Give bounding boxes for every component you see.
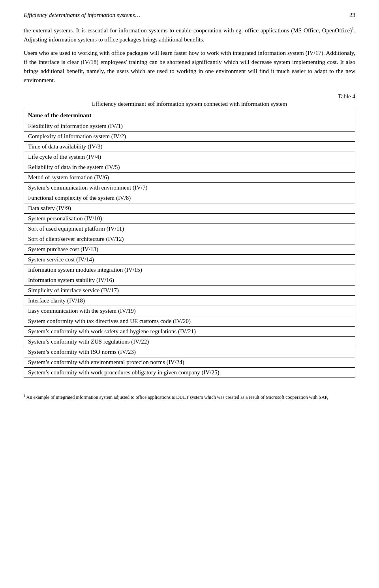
table-cell: System’s conformity with environmental p… (24, 357, 355, 367)
table-row: Easy communication with the system (IV/1… (24, 306, 355, 316)
page-number: 23 (349, 12, 355, 19)
table-row: System personalisation (IV/10) (24, 213, 355, 224)
page-header: Efficiency determinants of information s… (24, 12, 355, 19)
table-cell: Easy communication with the system (IV/1… (24, 306, 355, 316)
table-cell: Sort of used equipment platform (IV/11) (24, 224, 355, 234)
table-cell: Reliability of data in the system (IV/5) (24, 162, 355, 172)
header-title: Efficiency determinants of information s… (24, 12, 140, 19)
paragraph-2: Users who are used to working with offic… (24, 49, 355, 85)
table-row: Complexity of information system (IV/2) (24, 131, 355, 141)
table-row: Interface clarity (IV/18) (24, 295, 355, 306)
table-row: System conformity with tax directives an… (24, 316, 355, 326)
paragraph-1: the external systems. It is essential fo… (24, 26, 355, 45)
table-cell: Information system stability (IV/16) (24, 275, 355, 285)
table-cell: Life cycle of the system (IV/4) (24, 152, 355, 162)
table-row: Sort of used equipment platform (IV/11) (24, 224, 355, 234)
footnote-content: An example of integrated information sys… (26, 395, 328, 400)
footnote-divider (24, 390, 103, 390)
table-cell: Information system modules integration (… (24, 265, 355, 275)
table-cell: Functional complexity of the system (IV/… (24, 193, 355, 203)
table-row: System’s communication with environment … (24, 182, 355, 193)
table-cell: Sort of client/server architecture (IV/1… (24, 234, 355, 244)
table-cell: System’s communication with environment … (24, 182, 355, 193)
table-title: Efficiency determinant sof information s… (24, 101, 355, 107)
table-cell: Time of data availability (IV/3) (24, 141, 355, 152)
efficiency-determinants-table: Name of the determinant Flexibility of i… (24, 110, 355, 378)
table-row: Information system stability (IV/16) (24, 275, 355, 285)
table-row: Flexibility of information system (IV/1) (24, 121, 355, 131)
footnote-text: 1 An example of integrated information s… (24, 393, 355, 401)
table-row: Data safety (IV/9) (24, 203, 355, 213)
table-caption-area: Table 4 (24, 93, 355, 100)
table-header: Name of the determinant (24, 110, 355, 121)
table-row: Reliability of data in the system (IV/5) (24, 162, 355, 172)
paragraph-1-text-before: the external systems. It is essential fo… (24, 27, 352, 34)
table-cell: Metod of system formation (IV/6) (24, 172, 355, 182)
table-row: System service cost (IV/14) (24, 254, 355, 265)
table-row: System purchase cost (IV/13) (24, 244, 355, 254)
table-cell: Flexibility of information system (IV/1) (24, 121, 355, 131)
table-row: Functional complexity of the system (IV/… (24, 193, 355, 203)
table-cell: Simplicity of interface service (IV/17) (24, 285, 355, 295)
table-row: System’s conformity with ZUS regulations… (24, 336, 355, 347)
table-cell: System’s conformity with ZUS regulations… (24, 336, 355, 347)
table-cell: Complexity of information system (IV/2) (24, 131, 355, 141)
table-cell: System conformity with tax directives an… (24, 316, 355, 326)
table-row: System’s conformity with work safety and… (24, 326, 355, 336)
table-cell: Interface clarity (IV/18) (24, 295, 355, 306)
table-cell: System’s conformity with work safety and… (24, 326, 355, 336)
table-row: System’s conformity with environmental p… (24, 357, 355, 367)
table-row: Metod of system formation (IV/6) (24, 172, 355, 182)
table-cell: System service cost (IV/14) (24, 254, 355, 265)
table-cell: System’s conformity with work procedures… (24, 367, 355, 378)
table-row: Time of data availability (IV/3) (24, 141, 355, 152)
table-row: System’s conformity with ISO norms (IV/2… (24, 347, 355, 357)
footnote-superscript: 1 (24, 394, 26, 398)
table-cell: System’s conformity with ISO norms (IV/2… (24, 347, 355, 357)
table-row: Life cycle of the system (IV/4) (24, 152, 355, 162)
table-caption-label: Table 4 (338, 93, 355, 100)
table-cell: System personalisation (IV/10) (24, 213, 355, 224)
table-row: System’s conformity with work procedures… (24, 367, 355, 378)
table-row: Information system modules integration (… (24, 265, 355, 275)
table-cell: System purchase cost (IV/13) (24, 244, 355, 254)
table-row: Sort of client/server architecture (IV/1… (24, 234, 355, 244)
table-cell: Data safety (IV/9) (24, 203, 355, 213)
table-row: Simplicity of interface service (IV/17) (24, 285, 355, 295)
